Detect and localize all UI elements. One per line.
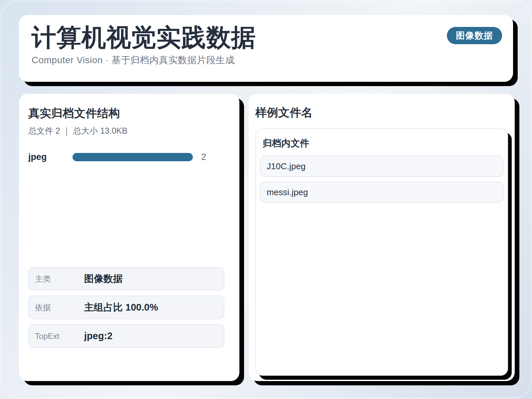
- info-row-top-ext: TopExt jpeg:2: [28, 324, 224, 348]
- page-title: 计算机视觉实践数据: [32, 24, 500, 52]
- info-value: 主组占比 100.0%: [84, 301, 158, 314]
- bar-category-label: jpeg: [28, 152, 72, 162]
- sample-files-card: 样例文件名 归档内文件 J10C.jpeg messi.jpeg: [249, 94, 515, 381]
- info-label: TopExt: [35, 332, 84, 341]
- archive-files-panel-title: 归档内文件: [263, 137, 503, 150]
- info-value: 图像数据: [84, 272, 123, 286]
- header-card: 计算机视觉实践数据 Computer Vision · 基于归档内真实数据片段生…: [19, 15, 513, 82]
- info-row-main-class: 主类 图像数据: [28, 267, 224, 291]
- bar-row-jpeg: jpeg 2: [28, 152, 224, 162]
- archive-stats: 总文件 2 ｜ 总大小 13.0KB: [28, 125, 224, 136]
- bar-value-label: 2: [201, 152, 206, 162]
- page-subtitle: Computer Vision · 基于归档内真实数据片段生成: [32, 54, 500, 66]
- info-label: 依据: [35, 302, 84, 313]
- info-row-basis: 依据 主组占比 100.0%: [28, 296, 224, 319]
- info-value: jpeg:2: [84, 331, 112, 341]
- sample-files-title: 样例文件名: [255, 105, 508, 120]
- bar-jpeg: [72, 153, 193, 161]
- archive-structure-title: 真实归档文件结构: [28, 106, 224, 121]
- bar-track: [72, 153, 193, 161]
- info-label: 主类: [35, 274, 84, 284]
- archive-structure-card: 真实归档文件结构 总文件 2 ｜ 总大小 13.0KB jpeg 2 主类 图像…: [19, 94, 239, 381]
- file-list-item: messi.jpeg: [260, 182, 503, 203]
- archive-files-panel: 归档内文件 J10C.jpeg messi.jpeg: [255, 128, 508, 376]
- category-badge: 图像数据: [447, 27, 502, 44]
- extension-bar-chart: jpeg 2: [28, 152, 224, 267]
- file-list-item: J10C.jpeg: [260, 156, 503, 177]
